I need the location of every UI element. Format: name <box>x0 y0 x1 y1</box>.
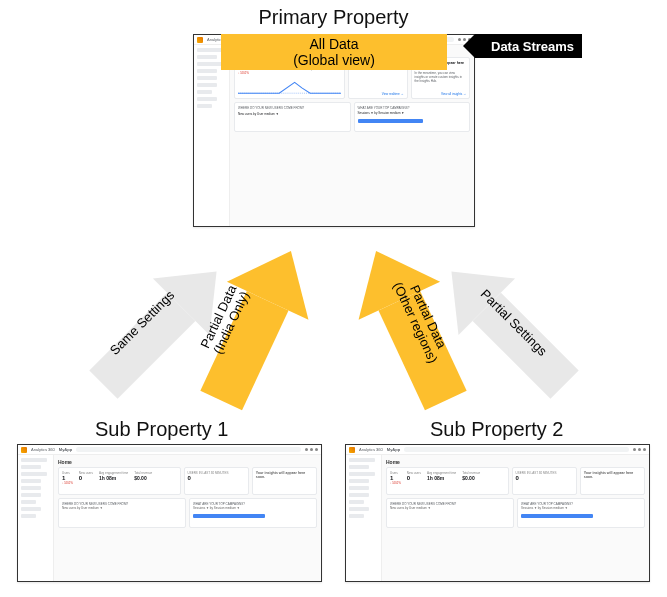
engtime-value: 1h 08m <box>427 475 456 481</box>
sidebar-item[interactable] <box>21 465 41 469</box>
sidebar-item[interactable] <box>21 472 47 476</box>
sidebar-item-demographics[interactable] <box>197 97 217 101</box>
active-users-card: USERS IN LAST 30 MINUTES 0 <box>184 467 249 495</box>
banner-line1: All Data <box>309 36 358 52</box>
metrics-card: Users1↓ 50.0% New users0 Avg engagement … <box>386 467 509 495</box>
top-campaigns-panel: WHAT ARE YOUR TOP CAMPAIGNS? Sessions ▼ … <box>189 498 317 528</box>
sidebar-item[interactable] <box>349 493 369 497</box>
sparkline-chart <box>238 77 341 95</box>
panel-right-sub: Sessions ▼ by Session medium ▼ <box>358 111 467 115</box>
sidebar-item-home[interactable] <box>197 48 223 52</box>
analytics-logo-icon <box>349 447 355 453</box>
sidebar-item-engagement[interactable] <box>197 76 217 80</box>
top-campaigns-panel: WHAT ARE YOUR TOP CAMPAIGNS? Sessions ▼ … <box>354 102 471 132</box>
property-name: MyApp <box>59 447 72 452</box>
top-campaigns-panel: WHAT ARE YOUR TOP CAMPAIGNS? Sessions ▼ … <box>517 498 645 528</box>
sidebar-item-acquisition[interactable] <box>197 69 217 73</box>
callout-label: Data Streams <box>491 39 574 54</box>
insights-card: Your insights will appear here soon. <box>580 467 645 495</box>
panel-right-sub: Sessions ▼ by Session medium ▼ <box>521 506 641 510</box>
sidebar-item-monetization[interactable] <box>197 83 217 87</box>
sidebar-item[interactable] <box>349 458 375 462</box>
sidebar-item[interactable] <box>349 500 364 504</box>
sidebar-item[interactable] <box>349 472 375 476</box>
sidebar-item[interactable] <box>349 514 364 518</box>
users-delta: ↓ 50.0% <box>390 481 401 485</box>
sidebar-item[interactable] <box>349 479 369 483</box>
active-users-card: USERS IN LAST 30 MINUTES 0 <box>512 467 577 495</box>
insights-sub: In the meantime, you can view insights o… <box>415 71 467 83</box>
page-title: Home <box>58 459 317 465</box>
new-users-panel: WHERE DO YOUR NEW USERS COME FROM? New u… <box>58 498 186 528</box>
sidebar-item-realtime[interactable] <box>197 55 217 59</box>
dashboard-main: Home Users 1 ↓ 50.0% New users 0 <box>230 45 474 226</box>
users-delta: ↓ 50.0% <box>62 481 73 485</box>
search-input[interactable] <box>404 447 629 452</box>
all-insights-link[interactable]: View all insights → <box>441 92 466 96</box>
realtime-link[interactable]: View realtime → <box>382 92 404 96</box>
sidebar-item[interactable] <box>21 486 41 490</box>
sidebar-item[interactable] <box>21 458 47 462</box>
panel-left-sub: New users by User medium ▼ <box>62 506 182 510</box>
newusers-value: 0 <box>79 475 93 481</box>
panel-left-sub: New users by User medium ▼ <box>390 506 510 510</box>
panel-left-sub: New users by User medium ▼ <box>238 112 347 116</box>
property-name: MyApp <box>387 447 400 452</box>
sidebar-item-retention[interactable] <box>197 90 212 94</box>
banner-line2: (Global view) <box>293 52 375 68</box>
sessions-bar <box>358 119 423 123</box>
insights-title: Your insights will appear here soon. <box>256 471 313 479</box>
sidebar-item[interactable] <box>21 493 41 497</box>
sidebar-item[interactable] <box>21 514 36 518</box>
sidebar-item[interactable] <box>21 479 41 483</box>
revenue-value: $0.00 <box>462 475 480 481</box>
engtime-value: 1h 08m <box>99 475 128 481</box>
sidebar <box>194 45 230 226</box>
product-name: Analytics 360 <box>31 447 55 452</box>
arrow-partial-settings: Partial Settings <box>408 228 608 428</box>
active-value: 0 <box>188 475 245 481</box>
sidebar-item-tech[interactable] <box>197 104 212 108</box>
sidebar-item[interactable] <box>349 486 369 490</box>
insights-card: Your insights will appear here soon. <box>252 467 317 495</box>
sidebar-item[interactable] <box>21 507 41 511</box>
analytics-logo-icon <box>21 447 27 453</box>
data-streams-callout: Data Streams <box>475 34 582 58</box>
analytics-logo-icon <box>197 37 203 43</box>
active-value: 0 <box>516 475 573 481</box>
panel-right-title: WHAT ARE YOUR TOP CAMPAIGNS? <box>358 106 467 110</box>
sidebar-item[interactable] <box>349 507 369 511</box>
sidebar-item-lifecycle[interactable] <box>197 62 223 66</box>
newusers-value: 0 <box>407 475 421 481</box>
revenue-value: $0.00 <box>134 475 152 481</box>
users-delta: ↓ 50.0% <box>238 71 249 75</box>
panel-left-title: WHERE DO YOUR NEW USERS COME FROM? <box>238 106 347 110</box>
sub-dashboard-2: Analytics 360 MyApp Home <box>345 444 650 582</box>
all-data-banner: All Data (Global view) <box>221 34 447 70</box>
sub-dashboard-1: Analytics 360 MyApp Home <box>17 444 322 582</box>
page-title: Home <box>386 459 645 465</box>
new-users-panel: WHERE DO YOUR NEW USERS COME FROM? New u… <box>234 102 351 132</box>
search-input[interactable] <box>76 447 301 452</box>
product-name: Analytics 360 <box>359 447 383 452</box>
insights-title: Your insights will appear here soon. <box>584 471 641 479</box>
sidebar-item[interactable] <box>349 465 369 469</box>
panel-right-sub: Sessions ▼ by Session medium ▼ <box>193 506 313 510</box>
metrics-card: Users1↓ 50.0% New users0 Avg engagement … <box>58 467 181 495</box>
new-users-panel: WHERE DO YOUR NEW USERS COME FROM? New u… <box>386 498 514 528</box>
primary-property-title: Primary Property <box>258 6 408 29</box>
sidebar-item[interactable] <box>21 500 36 504</box>
